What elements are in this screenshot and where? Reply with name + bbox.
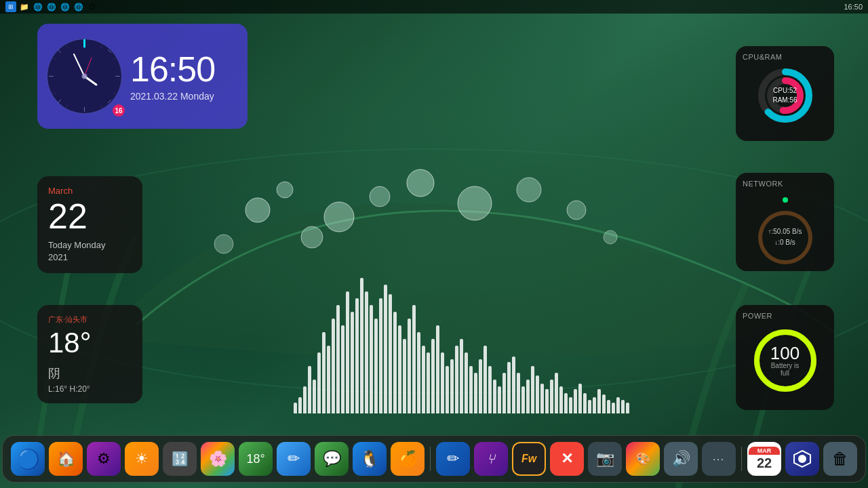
dock-launchpad[interactable]: ⚙: [87, 442, 121, 476]
audio-bar: [479, 359, 482, 413]
dock-obs[interactable]: [785, 442, 819, 476]
audio-bar: [313, 380, 316, 413]
audio-bar: [360, 278, 363, 413]
network-widget-title: NETWORK: [743, 180, 783, 188]
audio-bar: [602, 394, 606, 413]
audio-bar: [540, 384, 544, 413]
clock-digital: 16:50 2021.03.22 Monday: [123, 52, 239, 102]
dock-fireworks[interactable]: Fw: [512, 442, 546, 476]
network-status-dot: [783, 197, 788, 203]
clock-time: 16:50: [130, 52, 239, 87]
browser3-icon[interactable]: 🌐: [60, 1, 71, 12]
browser2-icon[interactable]: 🌐: [46, 1, 57, 12]
audio-bar: [417, 332, 420, 413]
dock-weather[interactable]: 18°: [239, 442, 273, 476]
dock-photos[interactable]: 🌸: [201, 442, 235, 476]
audio-bar: [512, 357, 515, 413]
audio-bar: [389, 294, 392, 413]
audio-bar: [574, 389, 577, 413]
network-circle: ↑:50.05 B/s ↓:0 B/s: [758, 211, 812, 264]
audio-bar: [384, 285, 387, 413]
analog-clock: 16: [45, 37, 123, 115]
dock-calculator[interactable]: 🔢: [163, 442, 197, 476]
audio-bar: [621, 400, 625, 413]
audio-bar: [308, 366, 311, 413]
audio-bar: [412, 305, 416, 413]
svg-point-1: [245, 198, 270, 222]
audio-bar: [427, 352, 430, 413]
dock-calendar[interactable]: MAR 22: [747, 442, 781, 476]
audio-bar: [441, 352, 444, 413]
audio-bar: [593, 397, 596, 413]
dock-game[interactable]: 🍊: [391, 442, 425, 476]
audio-bar: [317, 352, 321, 413]
audio-bar: [517, 373, 520, 413]
network-stats: ↑:50.05 B/s ↓:0 B/s: [768, 226, 802, 248]
audio-bar: [474, 373, 477, 413]
dock-trash[interactable]: 🗑: [823, 442, 857, 476]
cpu-labels: CPU:52 RAM:56: [772, 86, 797, 105]
network-widget: NETWORK ↑:50.05 B/s ↓:0 B/s: [736, 173, 834, 271]
dock-source-control[interactable]: ⑂: [474, 442, 508, 476]
audio-bar: [488, 366, 492, 413]
dock-pencil2[interactable]: ✏: [436, 442, 470, 476]
dock: 🔵 🏠 ⚙ ☀ 🔢 🌸 18° ✏ 💬 🐧 🍊 ✏ ⑂: [2, 435, 866, 483]
audio-bar: [332, 319, 335, 413]
audio-bar: [436, 325, 439, 413]
dock-pencil1[interactable]: ✏: [277, 442, 311, 476]
dock-xmind[interactable]: ✕: [550, 442, 584, 476]
weather-low-high: L:16° H:20°: [48, 384, 132, 394]
dock-amphetamine[interactable]: ☀: [125, 442, 159, 476]
svg-point-9: [604, 230, 617, 244]
audio-bar: [379, 298, 382, 413]
timer-icon[interactable]: ⏱: [87, 1, 98, 12]
start-button[interactable]: ⊞: [5, 1, 16, 12]
dock-home[interactable]: 🏠: [49, 442, 83, 476]
weather-condition-icon: 阴: [48, 365, 60, 382]
audio-bar: [484, 346, 487, 413]
svg-point-8: [567, 201, 586, 220]
audio-bar: [545, 389, 549, 413]
dock-separator-1: [430, 447, 431, 471]
weather-location: 广东·汕头市: [48, 314, 132, 325]
audio-bar: [355, 298, 359, 413]
date-day: 22: [48, 199, 132, 234]
audio-bar: [531, 366, 534, 413]
svg-point-33: [82, 74, 87, 79]
audio-bar: [597, 389, 601, 413]
weather-condition-row: 阴: [48, 365, 132, 382]
audio-bar: [341, 325, 344, 413]
browser4-icon[interactable]: 🌐: [73, 1, 84, 12]
dock-more[interactable]: ···: [702, 442, 736, 476]
audio-bar: [526, 380, 530, 413]
audio-bar: [408, 319, 411, 413]
svg-point-2: [277, 182, 293, 198]
dock-screenshot[interactable]: 📷: [588, 442, 622, 476]
power-value: 100 Battery is full: [768, 344, 802, 377]
taskbar-icons: ⊞ 📁 🌐 🌐 🌐 🌐 ⏱: [5, 1, 98, 12]
dock-finder[interactable]: 🔵: [11, 442, 45, 476]
power-widget: POWER 100 Battery is full: [736, 305, 834, 410]
weather-temp: 18°: [48, 329, 132, 357]
top-bar: ⊞ 📁 🌐 🌐 🌐 🌐 ⏱ 16:50: [0, 0, 868, 14]
audio-bar: [564, 393, 568, 413]
svg-point-3: [324, 202, 354, 232]
audio-bar: [398, 325, 401, 413]
audio-bar: [578, 384, 582, 413]
dock-qq[interactable]: 🐧: [353, 442, 387, 476]
clock-badge: 16: [113, 104, 125, 117]
audio-bar: [336, 305, 340, 413]
file-explorer-icon[interactable]: 📁: [19, 1, 30, 12]
dock-volume[interactable]: 🔊: [664, 442, 698, 476]
audio-bar: [450, 359, 454, 413]
dock-colorsync[interactable]: 🎨: [626, 442, 660, 476]
audio-bar: [612, 403, 615, 413]
browser1-icon[interactable]: 🌐: [33, 1, 43, 12]
date-info: Today Monday 2021: [48, 239, 132, 264]
clock-date: 2021.03.22 Monday: [130, 91, 239, 102]
dock-wechat[interactable]: 💬: [315, 442, 349, 476]
svg-point-7: [517, 178, 541, 202]
audio-bar: [446, 366, 449, 413]
audio-bar: [550, 380, 553, 413]
svg-point-4: [370, 186, 390, 207]
